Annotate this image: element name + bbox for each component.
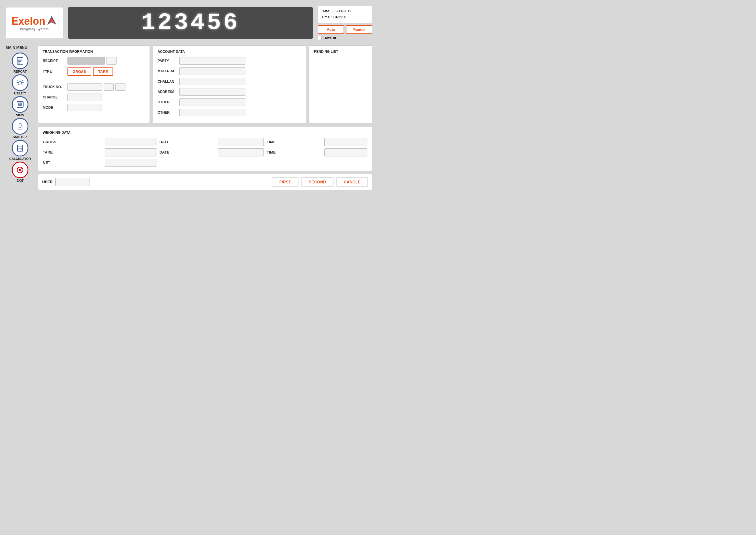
other-input2[interactable] (180, 109, 245, 116)
default-checkbox[interactable] (318, 36, 322, 40)
forms-area: TRANSACTION INFORMATION RECEIPT TYPE GRO… (38, 45, 372, 261)
svg-rect-13 (17, 101, 23, 103)
logo-arrow-icon (46, 15, 57, 27)
sidebar-title: MAIN MENU (6, 45, 35, 50)
mode-input[interactable] (68, 104, 102, 111)
material-input[interactable] (180, 68, 245, 75)
type-label: TYPE (43, 70, 66, 73)
view-icon-circle (12, 96, 28, 113)
tare-time-label: TIME (266, 150, 322, 155)
tare-time-input[interactable] (324, 148, 367, 156)
receipt-label: RECEIPT (43, 59, 66, 63)
sidebar-item-utility[interactable]: UTILITY (6, 74, 35, 95)
datetime-box: Date : 05-03-2019 Time : 19-23:15 (318, 6, 372, 23)
gross-time-label: TIME (266, 140, 322, 144)
truck-no-input[interactable] (68, 83, 102, 91)
sidebar-item-master[interactable]: MASTER (6, 118, 35, 139)
receipt-input[interactable] (106, 57, 117, 65)
gross-button[interactable]: GROSS (68, 68, 91, 76)
material-label: MATERIAL (157, 69, 178, 73)
sidebar: MAIN MENU REPORT UTILITY (6, 45, 35, 261)
tare-button[interactable]: TARE (93, 68, 113, 76)
other-input1[interactable] (180, 99, 245, 106)
truck-no-input2[interactable] (104, 83, 114, 91)
exit-icon-circle (12, 162, 28, 178)
party-label: PARTY (157, 59, 178, 63)
utility-icon (16, 79, 24, 87)
svg-rect-17 (18, 146, 22, 147)
exit-icon (16, 166, 24, 174)
sidebar-item-calculator[interactable]: CALCULATOR (6, 140, 35, 160)
net-input[interactable] (105, 159, 156, 167)
auto-button[interactable]: Auto (318, 25, 344, 34)
pending-panel: PENDING LIST (309, 45, 372, 124)
report-label: REPORT (14, 70, 27, 73)
pending-title: PENDING LIST (314, 50, 367, 54)
master-icon (16, 122, 24, 130)
logo-box: Exelon Weighing System (6, 7, 63, 39)
svg-point-18 (19, 148, 19, 149)
svg-point-23 (21, 149, 22, 150)
utility-label: UTILITY (14, 92, 26, 95)
tare-date-input[interactable] (218, 148, 264, 156)
tare-weight-input[interactable] (105, 148, 156, 156)
default-label: Default (323, 36, 336, 40)
address-input[interactable] (180, 88, 245, 96)
mode-label: MODE (43, 106, 66, 110)
time-value: : 19-23:15 (331, 15, 348, 19)
user-input[interactable] (55, 178, 90, 186)
display-value: 123456 (141, 10, 240, 36)
logo-brand: Exelon (12, 15, 45, 27)
cancel-button[interactable]: CANCLE (336, 177, 368, 187)
date-label: Date (322, 9, 329, 13)
bottom-bar: USER FIRST SECOND CANCLE (38, 174, 372, 190)
view-icon (16, 100, 24, 108)
report-icon (16, 57, 24, 65)
svg-rect-2 (17, 57, 23, 64)
logo-subtitle: Weighing System (20, 27, 49, 31)
svg-point-22 (20, 149, 21, 150)
weighing-title: WEIGHING DATA (43, 130, 367, 135)
svg-point-7 (19, 81, 21, 84)
calculator-label: CALCULATOR (9, 157, 31, 160)
sidebar-item-report[interactable]: REPORT (6, 52, 35, 73)
transaction-panel: TRANSACTION INFORMATION RECEIPT TYPE GRO… (38, 45, 150, 124)
charge-input[interactable] (68, 94, 102, 101)
calculator-icon (16, 144, 24, 152)
gross-date-input[interactable] (218, 138, 264, 146)
gross-weight-label: GROSS (43, 140, 102, 144)
challan-input[interactable] (180, 78, 245, 85)
weighing-panel: WEIGHING DATA GROSS DATE TIME TARE DATE … (38, 126, 372, 171)
time-label: Time (322, 15, 329, 19)
master-label: MASTER (14, 135, 27, 139)
manual-button[interactable]: Manual (346, 25, 372, 34)
digital-display: 123456 (68, 7, 313, 39)
truck-no-input3[interactable] (115, 83, 126, 91)
first-button[interactable]: FIRST (272, 177, 298, 187)
sidebar-item-view[interactable]: VIEW (6, 96, 35, 117)
svg-point-15 (19, 127, 21, 128)
right-panel: Date : 05-03-2019 Time : 19-23:15 Auto M… (318, 6, 372, 40)
party-input[interactable] (180, 57, 245, 65)
view-label: VIEW (16, 113, 24, 117)
svg-point-19 (20, 148, 21, 149)
exit-label: EXIT (17, 179, 23, 182)
svg-point-21 (19, 149, 19, 150)
address-label: ADDRESS (157, 90, 178, 94)
gross-time-input[interactable] (324, 138, 367, 146)
svg-rect-6 (18, 63, 20, 64)
truck-no-label: TRUCK NO. (43, 85, 66, 89)
other-label2: OTHER (157, 110, 178, 115)
other-label1: OTHER (157, 100, 178, 104)
tare-weight-label: TARE (43, 150, 102, 155)
user-label: USER (42, 180, 52, 184)
sidebar-item-exit[interactable]: EXIT (6, 162, 35, 182)
transaction-title: TRANSACTION INFORMATION (43, 50, 145, 54)
gross-date-label: DATE (159, 140, 215, 144)
charge-label: CHARGE (43, 95, 66, 99)
receipt-grey-input (68, 57, 105, 65)
gross-weight-input[interactable] (105, 138, 156, 146)
challan-label: CHALLAN (157, 79, 178, 84)
date-value: : 05-03-2019 (330, 9, 351, 13)
second-button[interactable]: SECOND (301, 177, 333, 187)
